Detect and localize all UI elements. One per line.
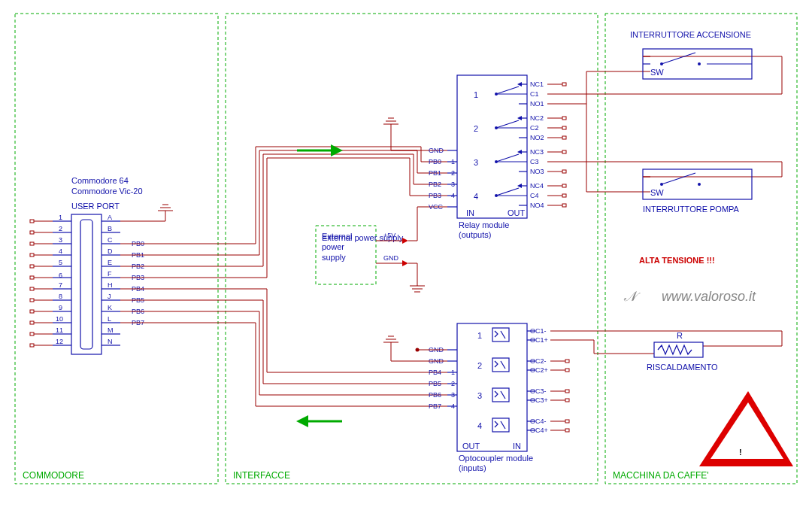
svg-text:(inputs): (inputs): [459, 463, 486, 472]
svg-rect-1: [80, 220, 92, 349]
arrow-right-icon: [297, 144, 343, 156]
svg-text:PB0: PB0: [429, 158, 441, 165]
svg-text:J: J: [108, 293, 111, 300]
svg-rect-28: [30, 287, 34, 290]
svg-text:F: F: [108, 270, 112, 278]
svg-text:(outputs): (outputs): [459, 230, 491, 239]
svg-rect-223: [492, 418, 509, 432]
svg-rect-221: [492, 388, 509, 402]
svg-rect-162: [562, 136, 566, 139]
svg-text:12: 12: [56, 338, 63, 345]
gnd-symbol-psu: [410, 286, 425, 292]
svg-rect-243: [565, 399, 569, 402]
svg-text:C3: C3: [530, 158, 539, 165]
svg-line-138: [496, 154, 519, 162]
svg-text:OC4-: OC4-: [530, 417, 547, 425]
svg-rect-169: [562, 170, 566, 173]
svg-text:OC2+: OC2+: [530, 366, 548, 374]
svg-text:11: 11: [56, 326, 63, 334]
logo-icon: 𝒩: [623, 289, 641, 304]
svg-rect-48: [30, 344, 34, 347]
arrow-left-icon: [296, 415, 342, 427]
svg-rect-172: [562, 184, 566, 187]
svg-point-181: [698, 62, 701, 65]
svg-rect-8: [30, 231, 34, 234]
svg-rect-165: [562, 150, 566, 153]
svg-rect-4: [30, 220, 34, 223]
svg-line-132: [496, 120, 519, 128]
svg-text:1: 1: [477, 331, 482, 340]
svg-text:NC2: NC2: [530, 114, 544, 122]
svg-rect-217: [492, 328, 509, 342]
svg-line-182: [662, 53, 695, 64]
svg-text:1: 1: [474, 90, 478, 99]
svg-rect-36: [30, 310, 34, 313]
gnd-symbol-userport: [158, 205, 173, 211]
svg-text:OC2-: OC2-: [530, 357, 547, 365]
svg-text:PB4: PB4: [429, 369, 441, 376]
svg-rect-151: [562, 83, 566, 86]
section-left-label: COMMODORE: [23, 470, 84, 481]
svg-text:4: 4: [477, 421, 482, 430]
svg-text:GND: GND: [429, 147, 444, 154]
svg-text:NO2: NO2: [530, 134, 544, 141]
svg-text:SW: SW: [650, 188, 664, 197]
label-pompa: INTERRUTTORE POMPA: [643, 205, 740, 214]
svg-text:C2: C2: [530, 124, 539, 132]
svg-text:4: 4: [474, 192, 478, 201]
section-commodore: [15, 14, 218, 484]
svg-text:3: 3: [474, 158, 478, 167]
svg-rect-20: [30, 265, 34, 268]
section-machine: [605, 14, 797, 484]
psu-t2: power: [322, 242, 344, 251]
svg-text:H: H: [108, 281, 113, 289]
svg-text:!: !: [739, 448, 742, 457]
svg-point-212: [416, 348, 420, 352]
svg-rect-159: [562, 126, 566, 129]
svg-text:9: 9: [59, 304, 62, 311]
label-riscaldamento: RISCALDAMENTO: [647, 363, 718, 372]
psu-5v: +5V: [383, 232, 395, 239]
gnd-symbol-opto: [383, 336, 398, 342]
svg-text:4: 4: [59, 247, 62, 255]
svg-text:M: M: [108, 326, 114, 334]
svg-rect-219: [492, 358, 509, 372]
svg-text:K: K: [108, 304, 112, 311]
svg-text:PB3: PB3: [429, 192, 441, 199]
svg-marker-148: [517, 184, 522, 188]
svg-rect-239: [565, 390, 569, 393]
svg-text:6: 6: [59, 272, 62, 279]
svg-rect-40: [30, 321, 34, 324]
svg-text:NC1: NC1: [530, 80, 544, 88]
svg-rect-156: [562, 117, 566, 120]
svg-text:PB7: PB7: [429, 402, 441, 410]
svg-text:PB6: PB6: [429, 391, 441, 399]
svg-text:OC3-: OC3-: [530, 387, 547, 395]
svg-text:OC1+: OC1+: [530, 336, 548, 344]
svg-text:NC3: NC3: [530, 148, 544, 156]
svg-rect-175: [562, 194, 566, 197]
svg-text:2: 2: [59, 225, 62, 232]
svg-text:IN: IN: [513, 442, 521, 451]
svg-rect-0: [71, 214, 102, 354]
svg-text:A: A: [108, 214, 112, 221]
userport-pins: 1 2 3 4 5 6 7 8 9 10 11 12 A B CPB0 DPB1…: [30, 214, 144, 347]
svg-text:3: 3: [59, 236, 62, 244]
psu-t3: supply: [322, 253, 346, 262]
c64-line2: Commodore Vic-20: [71, 187, 143, 196]
opto-channels: 1 2 3 4: [477, 328, 509, 432]
section-right-label: MACCHINA DA CAFFE': [613, 470, 709, 481]
svg-text:PB2: PB2: [429, 181, 441, 188]
svg-rect-231: [565, 360, 569, 363]
svg-text:3: 3: [477, 391, 482, 400]
opto-title: Optocoupler module: [459, 454, 533, 463]
psu-gnd: GND: [383, 254, 399, 262]
svg-text:8: 8: [59, 293, 62, 300]
svg-point-189: [698, 183, 701, 186]
svg-text:1: 1: [451, 369, 455, 376]
gnd-symbol-relay: [383, 118, 398, 124]
svg-rect-24: [30, 276, 34, 279]
psu-t1: External: [322, 232, 352, 241]
svg-marker-254: [710, 402, 783, 459]
svg-rect-178: [562, 204, 566, 207]
